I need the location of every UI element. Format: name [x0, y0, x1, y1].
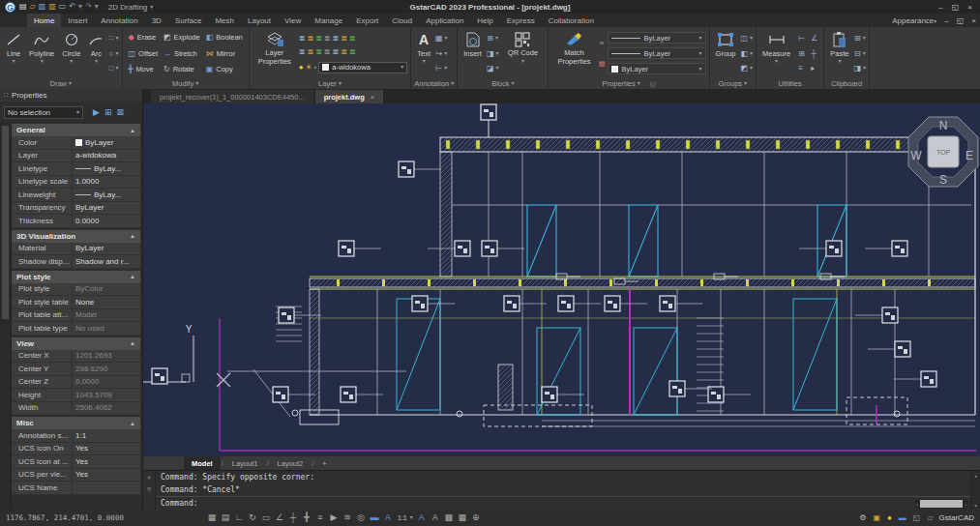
property-row-center-y[interactable]: Center Y298.6290 [12, 363, 140, 376]
view-cube-east[interactable]: E [965, 149, 973, 162]
ribbon-button-erase[interactable]: ◆Erase [129, 32, 158, 44]
layer-properties-button[interactable]: Layer Properties [252, 28, 297, 78]
workspace-combo[interactable]: 2D Drafting ▾ [108, 3, 153, 12]
cut-icon[interactable]: ⊟ [854, 49, 861, 58]
layer-state-icon[interactable]: ≣ [341, 47, 347, 56]
close-tab-icon[interactable]: × [371, 93, 374, 102]
layer-state-icon[interactable]: ≣ [349, 34, 356, 43]
property-value[interactable]: Yes [73, 469, 140, 482]
property-row-transparency[interactable]: TransparencyByLayer [12, 202, 140, 216]
license-icon[interactable]: ▣ [873, 513, 880, 522]
close-command-icon[interactable]: × [147, 474, 151, 482]
section-header-general[interactable]: General▲ [12, 124, 140, 136]
view-cube[interactable]: TOP N E S W [908, 117, 978, 187]
property-row-height[interactable]: Height1043.5709 [12, 389, 140, 402]
select-all-icon[interactable]: ⊠ [116, 107, 124, 117]
layer-state-icon[interactable]: ≣ [324, 47, 331, 56]
property-row-annotation-s[interactable]: Annotation s...1:1 [12, 429, 140, 443]
scrollbar-thumb[interactable] [2, 126, 9, 319]
layer-state-icon[interactable]: ≣ [315, 34, 322, 43]
ribbon-button-explode[interactable]: ◩Explode [163, 32, 200, 44]
ribbon-button-line[interactable]: Line ▾ [3, 28, 24, 78]
layer-freeze-sun-icon[interactable]: ☀ [306, 63, 312, 72]
restore-button[interactable]: ◱ [952, 3, 960, 12]
ungroup-icon[interactable]: ◫ [740, 34, 748, 43]
property-row-plot-table-type[interactable]: Plot table typeNo used [12, 322, 140, 336]
property-row-material[interactable]: MaterialByLayer [12, 243, 140, 256]
property-value[interactable]: 1043.5709 [73, 389, 140, 401]
property-row-width[interactable]: Width2506.4062 [12, 402, 140, 416]
property-row-color[interactable]: ColorByLayer [12, 136, 140, 150]
annotation-units-icon[interactable]: A [429, 511, 442, 525]
ribbon-button-polyline[interactable]: Polyline ▾ [26, 28, 57, 78]
measure-button[interactable]: Measure ▾ [759, 28, 793, 78]
layer-state-icon[interactable]: ≣ [333, 47, 340, 56]
menu-tab-mesh[interactable]: Mesh [208, 14, 241, 27]
menu-tab-collaboration[interactable]: Collaboration [542, 14, 601, 27]
palette-header[interactable]: ∷ Properties [0, 89, 142, 102]
menu-tab-help[interactable]: Help [470, 14, 499, 27]
point-style-icon[interactable]: ∷ [108, 34, 113, 43]
view-cube-north[interactable]: N [939, 119, 948, 132]
print-icon[interactable]: ▭ [59, 1, 67, 13]
list-icon[interactable]: ≡ [798, 64, 803, 73]
snap-mode-icon[interactable]: ▤ [219, 511, 232, 525]
panel-label-properties[interactable]: Properties▾ ◱ [551, 78, 705, 89]
command-options-icon[interactable]: ≡ [147, 485, 151, 493]
view-cube-south[interactable]: S [939, 173, 947, 187]
fullscreen-icon[interactable]: ◱ [913, 513, 921, 522]
panel-label-draw[interactable]: Draw▾ [3, 78, 119, 89]
menu-tab-application[interactable]: Application [419, 14, 470, 27]
ribbon-button-stretch[interactable]: ↔Stretch [163, 47, 200, 59]
leader-icon[interactable]: ↪ [435, 49, 442, 58]
linetype-list-icon[interactable]: ≡ [600, 39, 604, 47]
isolate-objects-icon[interactable]: ▩ [442, 511, 456, 525]
menu-tab-insert[interactable]: Insert [61, 14, 94, 27]
property-row-linetype-scale[interactable]: Linetype scale1.0000 [12, 176, 140, 190]
menu-tab-3d[interactable]: 3D [145, 14, 168, 27]
property-value[interactable] [73, 482, 140, 494]
property-row-center-z[interactable]: Center Z0.0000 [12, 376, 140, 390]
id-point-icon[interactable]: ┼ [811, 49, 817, 58]
property-value[interactable]: a-widokowa [73, 150, 140, 162]
doc-restore-button[interactable]: ◱ [957, 16, 965, 25]
save-as-icon[interactable]: ▥ [48, 1, 56, 13]
property-row-ucs-name[interactable]: UCS Name [12, 482, 140, 495]
palette-scrollbar[interactable] [0, 122, 12, 510]
property-value[interactable]: No used [73, 322, 140, 335]
annotation-visibility-icon[interactable]: A [381, 511, 395, 525]
clean-screen-icon[interactable]: ⊕ [469, 511, 483, 525]
section-header-plot-style[interactable]: Plot style▲ [12, 271, 140, 283]
feedback-icon[interactable]: ▬ [899, 513, 906, 522]
angle-measure-icon[interactable]: ∠ [811, 34, 817, 43]
section-header-3d-visualization[interactable]: 3D Visualization▲ [12, 230, 140, 243]
donut-icon[interactable]: ○ [109, 49, 114, 58]
copy-clip-icon[interactable]: ⊞ [854, 34, 861, 43]
text-button[interactable]: A Text ▾ [414, 28, 433, 78]
save-icon[interactable]: ▥ [39, 1, 46, 13]
layer-state-icon[interactable]: ≣ [324, 34, 331, 43]
drawing-canvas[interactable]: Y TOP N E [143, 103, 980, 456]
property-row-ucs-icon-at[interactable]: UCS icon at ...Yes [12, 455, 140, 469]
layer-state-icon[interactable]: ≣ [315, 47, 322, 56]
new-file-icon[interactable]: ▤ [19, 1, 27, 13]
ribbon-button-circle[interactable]: Circle ▾ [59, 28, 83, 78]
property-value[interactable]: 0.0000 [73, 376, 140, 389]
panel-label-groups[interactable]: Groups▾ [713, 78, 753, 89]
command-input-row[interactable]: Command: ‹ › [156, 496, 970, 510]
ribbon-button-copy[interactable]: ▣Copy [206, 64, 243, 75]
quick-select-icon[interactable]: ▸ [811, 64, 815, 73]
appearance-menu[interactable]: Appearance▾ [892, 16, 936, 25]
menu-tab-express[interactable]: Express [500, 14, 542, 27]
color-grid-icon[interactable]: ▦ [598, 59, 605, 68]
object-snap-icon[interactable]: ┼ [286, 511, 300, 525]
property-row-plot-style[interactable]: Plot styleByColor [12, 283, 140, 297]
panel-label-annotation[interactable]: Annotation▾ [414, 78, 454, 89]
dynamic-input-icon[interactable]: ▭ [259, 511, 273, 525]
ribbon-button-offset[interactable]: ◫Offset [129, 47, 158, 59]
panel-label-clipboard[interactable]: Clipboard [827, 78, 866, 89]
paste-button[interactable]: Paste ▾ [827, 28, 851, 78]
scroll-left-icon[interactable]: ‹ [915, 501, 919, 508]
dialog-launcher-icon[interactable]: ◱ [650, 80, 656, 87]
match-properties-button[interactable]: Match Properties [551, 28, 596, 78]
